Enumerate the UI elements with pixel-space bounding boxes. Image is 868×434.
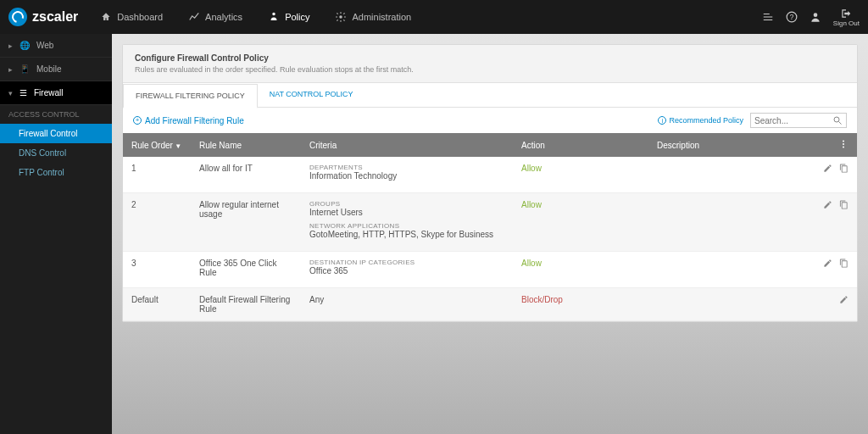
nav-administration[interactable]: Administration [330, 8, 416, 26]
col-name[interactable]: Rule Name [191, 133, 301, 157]
svg-point-7 [843, 143, 844, 145]
cell-action: Allow [513, 193, 648, 252]
search-input[interactable] [754, 116, 831, 125]
plus-icon: + [133, 116, 142, 125]
brand-logo[interactable]: zscaler [8, 8, 78, 26]
nav-icon [100, 11, 112, 23]
info-icon: i [658, 116, 666, 125]
cell-actions [806, 252, 857, 288]
search-box [750, 113, 847, 128]
tab-nat-control-policy[interactable]: NAT Control Policy [258, 83, 365, 107]
search-icon[interactable] [832, 115, 843, 125]
user-icon[interactable] [810, 11, 821, 23]
cell-order: 2 [123, 193, 191, 252]
copy-icon[interactable] [839, 200, 849, 211]
chevron-icon: ▸ [8, 65, 13, 74]
svg-line-5 [839, 122, 842, 125]
edit-icon[interactable] [823, 200, 832, 211]
nav-analytics[interactable]: Analytics [183, 8, 248, 26]
table-row: DefaultDefault Firewall Filtering RuleAn… [123, 288, 857, 321]
cell-order: Default [123, 288, 191, 321]
toolbar: + Add Firewall Filtering Rule i Recommen… [123, 108, 857, 133]
criteria-value: GotoMeeting, HTTP, HTTPS, Skype for Busi… [309, 230, 504, 239]
cell-action: Block/Drop [513, 288, 648, 321]
add-rule-label: Add Firewall Filtering Rule [145, 116, 244, 125]
criteria-value: Any [309, 295, 504, 304]
sidebar-group-firewall[interactable]: ▾☰Firewall [0, 81, 112, 105]
cell-order: 3 [123, 252, 191, 288]
nav-dashboard[interactable]: Dashboard [95, 8, 168, 26]
copy-icon[interactable] [839, 164, 849, 175]
nav-icon [188, 11, 200, 23]
criteria-value: Information Technology [309, 171, 504, 181]
add-rule-link[interactable]: + Add Firewall Filtering Rule [133, 116, 244, 125]
cell-name: Allow all for IT [191, 157, 301, 193]
col-menu[interactable] [806, 133, 857, 157]
panel-header: Configure Firewall Control Policy Rules … [123, 45, 857, 83]
signout-button[interactable]: Sign Out [833, 8, 860, 27]
sidebar: ▸🌐Web▸📱Mobile▾☰Firewall Access Control F… [0, 34, 112, 434]
help-icon[interactable]: ? [786, 11, 798, 23]
cell-name: Office 365 One Click Rule [191, 252, 301, 288]
criteria-label: Groups [309, 200, 504, 208]
policy-panel: Configure Firewall Control Policy Rules … [122, 44, 858, 322]
cell-criteria: Any [301, 288, 513, 321]
cell-criteria: Destination IP CategoriesOffice 365 [301, 252, 513, 288]
chevron-icon: ▾ [8, 89, 13, 97]
sidebar-item-firewall-control[interactable]: Firewall Control [0, 124, 112, 143]
table-row: 3Office 365 One Click RuleDestination IP… [123, 252, 857, 288]
sidebar-item-dns-control[interactable]: DNS Control [0, 143, 112, 163]
copy-icon[interactable] [839, 259, 849, 270]
sidebar-item-ftp-control[interactable]: FTP Control [0, 163, 112, 182]
cell-actions [806, 193, 857, 252]
nav-icon [268, 11, 280, 23]
col-description[interactable]: Description [648, 133, 806, 157]
cell-criteria: DepartmentsInformation Technology [301, 157, 513, 193]
column-menu-icon[interactable] [838, 139, 849, 151]
cell-description [648, 157, 806, 193]
cell-order: 1 [123, 157, 191, 193]
tab-firewall-filtering-policy[interactable]: Firewall Filtering Policy [123, 84, 258, 108]
col-action[interactable]: Action [513, 133, 648, 157]
recommended-policy-label: Recommended Policy [669, 116, 743, 125]
content: Configure Firewall Control Policy Rules … [112, 34, 868, 434]
svg-point-6 [843, 141, 844, 142]
sidebar-group-mobile[interactable]: ▸📱Mobile [0, 58, 112, 81]
cell-description [648, 288, 806, 321]
nav-right: ? Sign Out [762, 8, 860, 27]
rules-table: Rule Order Rule Name Criteria Action Des… [123, 133, 857, 321]
cell-actions [806, 288, 857, 321]
chevron-icon: ▸ [8, 42, 13, 50]
sidebar-group-web[interactable]: ▸🌐Web [0, 34, 112, 58]
table-row: 1Allow all for ITDepartmentsInformation … [123, 157, 857, 193]
svg-point-4 [834, 117, 839, 122]
tabs-row: Firewall Filtering PolicyNAT Control Pol… [123, 83, 857, 108]
svg-point-3 [814, 13, 818, 17]
nav-icon [335, 11, 347, 23]
activate-icon[interactable] [762, 11, 774, 23]
panel-title: Configure Firewall Control Policy [135, 53, 845, 63]
signout-label: Sign Out [833, 19, 860, 27]
recommended-policy-link[interactable]: i Recommended Policy [658, 116, 743, 125]
cell-name: Default Firewall Filtering Rule [191, 288, 301, 321]
edit-icon[interactable] [823, 259, 832, 270]
sidebar-items: Firewall ControlDNS ControlFTP Control [0, 124, 112, 182]
cell-description [648, 193, 806, 252]
edit-icon[interactable] [839, 295, 849, 306]
nav-items: DashboardAnalyticsPolicyAdministration [95, 8, 762, 26]
criteria-label: Destination IP Categories [309, 259, 504, 266]
sidebar-section-label: Access Control [0, 105, 112, 124]
cell-criteria: GroupsInternet UsersNetwork Applications… [301, 193, 513, 252]
svg-point-8 [843, 147, 844, 148]
col-criteria[interactable]: Criteria [301, 133, 513, 157]
nav-policy[interactable]: Policy [263, 8, 314, 26]
edit-icon[interactable] [823, 164, 832, 175]
cell-name: Allow regular internet usage [191, 193, 301, 252]
brand-icon [8, 8, 27, 26]
tabs: Firewall Filtering PolicyNAT Control Pol… [123, 83, 365, 107]
criteria-label: Departments [309, 164, 504, 171]
top-nav: zscaler DashboardAnalyticsPolicyAdminist… [0, 0, 868, 34]
cell-action: Allow [513, 157, 648, 193]
table-row: 2Allow regular internet usageGroupsInter… [123, 193, 857, 252]
col-order[interactable]: Rule Order [123, 133, 191, 157]
